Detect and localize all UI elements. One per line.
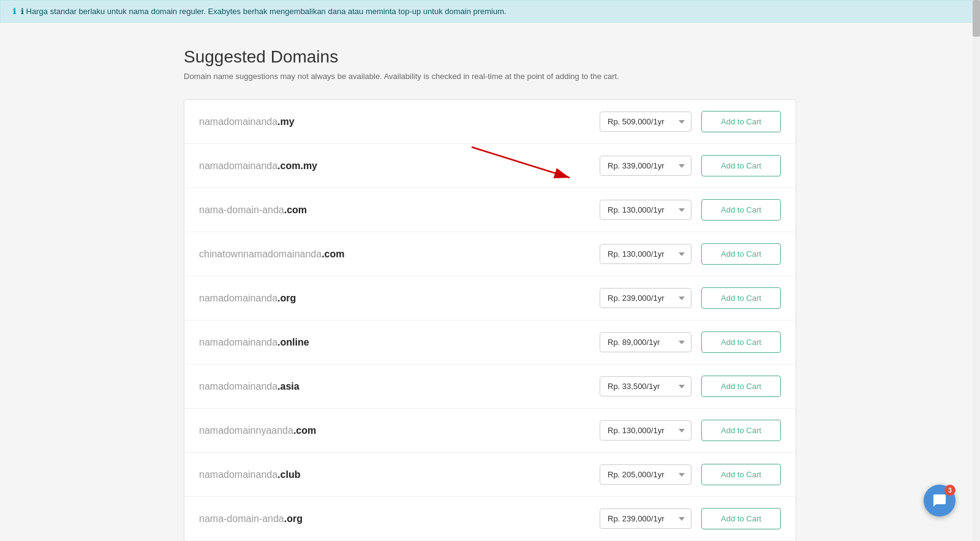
price-select[interactable]: Rp. 130,000/1yr <box>600 244 692 264</box>
price-select-wrapper: Rp. 130,000/1yr <box>600 420 692 441</box>
domain-row: nama-domain-anda.org Rp. 239,000/1yr Add… <box>184 497 796 540</box>
add-to-cart-button[interactable]: Add to Cart <box>701 155 781 176</box>
scrollbar-track[interactable] <box>973 0 980 541</box>
domain-base: namadomainnyaanda <box>199 425 293 436</box>
scrollbar-thumb[interactable] <box>973 0 980 37</box>
chat-badge: 3 <box>944 485 956 496</box>
domain-name: namadomainanda.club <box>199 469 600 480</box>
price-select-wrapper: Rp. 339,000/1yr <box>600 156 692 176</box>
page-wrapper: ℹ ℹ Harga standar berlaku untuk nama dom… <box>0 0 980 541</box>
domain-tld: .my <box>277 116 295 127</box>
add-to-cart-button[interactable]: Add to Cart <box>701 111 781 132</box>
price-select[interactable]: Rp. 33,500/1yr <box>600 376 692 396</box>
price-select-wrapper: Rp. 130,000/1yr <box>600 200 692 220</box>
price-select[interactable]: Rp. 509,000/1yr <box>600 112 692 132</box>
domain-base: namadomainanda <box>199 469 277 480</box>
info-banner: ℹ ℹ Harga standar berlaku untuk nama dom… <box>0 0 980 23</box>
price-select-wrapper: Rp. 205,000/1yr <box>600 464 692 485</box>
domain-tld: .com <box>322 249 344 259</box>
price-select-wrapper: Rp. 509,000/1yr <box>600 112 692 132</box>
price-select-wrapper: Rp. 130,000/1yr <box>600 244 692 264</box>
add-to-cart-button[interactable]: Add to Cart <box>701 331 781 353</box>
domain-row: namadomainanda.online Rp. 89,000/1yr Add… <box>184 320 796 365</box>
domain-tld: .online <box>277 337 309 347</box>
price-select-wrapper: Rp. 239,000/1yr <box>600 509 692 529</box>
domain-name: nama-domain-anda.com <box>199 205 600 216</box>
content-area: Suggested Domains Domain name suggestion… <box>0 23 980 541</box>
add-to-cart-button[interactable]: Add to Cart <box>701 420 781 441</box>
add-to-cart-button[interactable]: Add to Cart <box>701 243 781 265</box>
domain-tld: .com.my <box>277 161 317 171</box>
domain-row: namadomainanda.org Rp. 239,000/1yr Add t… <box>184 276 796 320</box>
domain-name: namadomainnyaanda.com <box>199 425 600 436</box>
section-title: Suggested Domains <box>184 47 796 67</box>
add-to-cart-button[interactable]: Add to Cart <box>701 508 781 529</box>
add-to-cart-button[interactable]: Add to Cart <box>701 199 781 221</box>
add-to-cart-button[interactable]: Add to Cart <box>701 464 781 485</box>
domain-row: namadomainnyaanda.com Rp. 130,000/1yr Ad… <box>184 409 796 453</box>
info-icon: ℹ <box>13 7 16 16</box>
price-select[interactable]: Rp. 239,000/1yr <box>600 288 692 308</box>
price-select-wrapper: Rp. 239,000/1yr <box>600 288 692 308</box>
price-select-wrapper: Rp. 33,500/1yr <box>600 376 692 396</box>
domain-name: namadomainanda.asia <box>199 381 600 392</box>
price-select[interactable]: Rp. 89,000/1yr <box>600 332 692 352</box>
info-banner-text: ℹ Harga standar berlaku untuk nama domai… <box>21 7 507 16</box>
domain-name: nama-domain-anda.org <box>199 513 600 524</box>
domain-base: nama-domain-anda <box>199 205 284 215</box>
price-select[interactable]: Rp. 339,000/1yr <box>600 156 692 176</box>
domain-tld: .com <box>293 425 316 436</box>
domain-base: chinatownnamadomainanda <box>199 249 322 259</box>
chat-bubble-button[interactable]: 3 <box>924 485 956 516</box>
domain-tld: .club <box>277 469 300 480</box>
domain-base: nama-domain-anda <box>199 513 284 524</box>
section-subtitle: Domain name suggestions may not always b… <box>184 72 796 81</box>
domain-row: chinatownnamadomainanda.com Rp. 130,000/… <box>184 232 796 276</box>
domain-base: namadomainanda <box>199 381 277 392</box>
price-select[interactable]: Rp. 239,000/1yr <box>600 509 692 529</box>
domain-row: namadomainanda.my Rp. 509,000/1yr Add to… <box>184 100 796 144</box>
domain-name: chinatownnamadomainanda.com <box>199 249 600 260</box>
domains-container: namadomainanda.my Rp. 509,000/1yr Add to… <box>184 99 796 541</box>
domain-base: namadomainanda <box>199 337 277 347</box>
domain-name: namadomainanda.online <box>199 337 600 348</box>
add-to-cart-button[interactable]: Add to Cart <box>701 376 781 397</box>
domain-base: namadomainanda <box>199 116 277 127</box>
domain-tld: .org <box>277 293 296 303</box>
domain-row: namadomainanda.com.my Rp. 339,000/1yr Ad… <box>184 144 796 188</box>
domain-rows: namadomainanda.my Rp. 509,000/1yr Add to… <box>184 100 796 540</box>
domain-row: namadomainanda.club Rp. 205,000/1yr Add … <box>184 453 796 497</box>
domain-tld: .com <box>284 205 307 215</box>
domain-name: namadomainanda.org <box>199 293 600 304</box>
domain-name: namadomainanda.com.my <box>199 161 600 172</box>
domain-base: namadomainanda <box>199 161 277 171</box>
price-select[interactable]: Rp. 205,000/1yr <box>600 464 692 485</box>
price-select[interactable]: Rp. 130,000/1yr <box>600 200 692 220</box>
domain-tld: .asia <box>277 381 300 392</box>
price-select-wrapper: Rp. 89,000/1yr <box>600 332 692 352</box>
add-to-cart-button[interactable]: Add to Cart <box>701 287 781 309</box>
domain-name: namadomainanda.my <box>199 116 600 127</box>
domain-base: namadomainanda <box>199 293 277 303</box>
domain-row: namadomainanda.asia Rp. 33,500/1yr Add t… <box>184 365 796 409</box>
domain-row: nama-domain-anda.com Rp. 130,000/1yr Add… <box>184 188 796 232</box>
price-select[interactable]: Rp. 130,000/1yr <box>600 420 692 441</box>
domain-tld: .org <box>284 513 303 524</box>
